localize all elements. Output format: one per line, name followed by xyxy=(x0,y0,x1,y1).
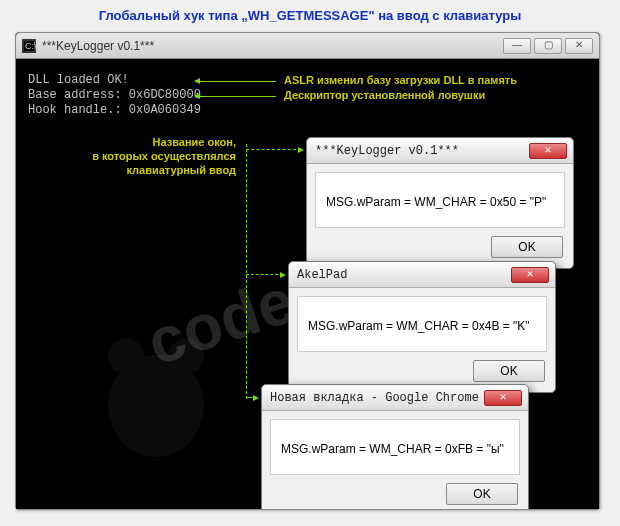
svg-point-3 xyxy=(108,339,144,375)
ok-button[interactable]: OK xyxy=(446,483,518,505)
message-dialog-1: ***KeyLogger v0.1*** ✕ MSG.wParam = WM_C… xyxy=(306,137,574,269)
annotation-windowname: Название окон, в которых осуществлялся к… xyxy=(66,135,236,177)
dialog-title: AkelPad xyxy=(295,268,511,282)
ok-button[interactable]: OK xyxy=(491,236,563,258)
arrow-icon xyxy=(196,96,276,97)
dialog-message: MSG.wParam = WM_CHAR = 0x50 = "P" xyxy=(315,172,565,228)
dialog-title: Новая вкладка - Google Chrome xyxy=(268,391,484,405)
arrow-icon xyxy=(196,81,276,82)
dialog-close-button[interactable]: ✕ xyxy=(511,267,549,283)
svg-point-4 xyxy=(168,339,204,375)
console-title: ***KeyLogger v0.1*** xyxy=(42,39,503,53)
annotation-line: клавиатурный ввод xyxy=(66,163,236,177)
message-dialog-2: AkelPad ✕ MSG.wParam = WM_CHAR = 0x4B = … xyxy=(288,261,556,393)
dialog-close-button[interactable]: ✕ xyxy=(529,143,567,159)
dialog-title: ***KeyLogger v0.1*** xyxy=(313,144,529,158)
bear-watermark-icon xyxy=(76,319,236,469)
annotation-line: Название окон, xyxy=(66,135,236,149)
dialog-close-button[interactable]: ✕ xyxy=(484,390,522,406)
close-button[interactable]: ✕ xyxy=(565,38,593,54)
svg-text:C:\: C:\ xyxy=(25,41,36,51)
dialog-titlebar: AkelPad ✕ xyxy=(289,262,555,288)
maximize-button[interactable]: ▢ xyxy=(534,38,562,54)
message-dialog-3: Новая вкладка - Google Chrome ✕ MSG.wPar… xyxy=(261,384,529,509)
console-titlebar: C:\ ***KeyLogger v0.1*** — ▢ ✕ xyxy=(16,33,599,59)
annotation-hook: Дескриптор установленной ловушки xyxy=(284,89,485,101)
dashed-connector xyxy=(246,144,247,399)
svg-point-5 xyxy=(108,355,204,457)
dialog-titlebar: Новая вкладка - Google Chrome ✕ xyxy=(262,385,528,411)
console-line: Hook handle.: 0x0A060349 xyxy=(28,103,587,118)
annotation-line: в которых осуществлялся xyxy=(66,149,236,163)
window-buttons: — ▢ ✕ xyxy=(503,38,593,54)
ok-button[interactable]: OK xyxy=(473,360,545,382)
dialog-message: MSG.wParam = WM_CHAR = 0x4B = "K" xyxy=(297,296,547,352)
annotation-aslr: ASLR изменил базу загрузки DLL в память xyxy=(284,74,517,86)
dashed-connector xyxy=(246,274,283,275)
minimize-button[interactable]: — xyxy=(503,38,531,54)
dialog-message: MSG.wParam = WM_CHAR = 0xFB = "ы" xyxy=(270,419,520,475)
page-title: Глобальный хук типа „WH_GETMESSAGE" на в… xyxy=(0,0,620,29)
dialog-footer: OK xyxy=(262,483,528,509)
app-icon: C:\ xyxy=(22,39,36,53)
dialog-titlebar: ***KeyLogger v0.1*** ✕ xyxy=(307,138,573,164)
console-body: DLL loaded OK! Base address: 0x6DC80000 … xyxy=(16,59,599,509)
dashed-connector xyxy=(246,397,256,398)
dashed-connector xyxy=(246,149,301,150)
console-window: C:\ ***KeyLogger v0.1*** — ▢ ✕ DLL loade… xyxy=(15,32,600,510)
